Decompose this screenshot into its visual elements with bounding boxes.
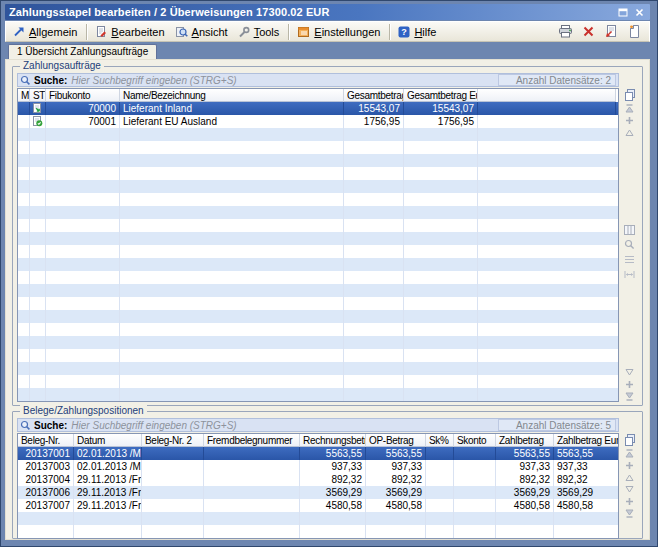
column-header[interactable]: Fremdbelegnummer <box>204 434 300 447</box>
export-document-button[interactable] <box>603 24 619 39</box>
menu-einstellungen[interactable]: Einstellungen <box>293 25 386 39</box>
table-row[interactable]: 70001Lieferant EU Ausland1756,951756,95 <box>18 115 618 128</box>
table-cell <box>344 180 404 193</box>
table-row-empty[interactable] <box>18 323 618 336</box>
table-cell <box>404 349 478 362</box>
close-icon <box>635 8 644 17</box>
table-row-empty[interactable] <box>18 271 618 284</box>
scroll-up-icon[interactable] <box>624 472 635 482</box>
insert-row-icon[interactable] <box>624 460 635 470</box>
content-panel: Zahlungsaufträge Suche: Anzahl Datensätz… <box>5 59 650 540</box>
column-header[interactable]: Gesamtbetrag <box>344 89 404 102</box>
menu-bearbeiten[interactable]: Bearbeiten <box>91 25 170 39</box>
table-cell <box>46 245 120 258</box>
table-cell <box>404 128 478 141</box>
table-row-empty[interactable] <box>18 154 618 167</box>
scroll-bottom-icon[interactable] <box>624 391 635 401</box>
new-document-button[interactable] <box>626 24 642 39</box>
menu-ansicht[interactable]: Ansicht <box>171 25 234 39</box>
column-header[interactable]: Beleg-Nr. <box>18 434 74 447</box>
table-cell <box>18 232 30 245</box>
copy-icon[interactable] <box>623 88 636 101</box>
table-row-empty[interactable] <box>18 167 618 180</box>
table-cell <box>204 512 300 525</box>
group-label: Zahlungsaufträge <box>20 60 104 71</box>
table-row-empty[interactable] <box>18 512 618 525</box>
table-cell <box>344 128 404 141</box>
table-cell: 937,33 <box>300 460 366 473</box>
table-row[interactable]: 2013700729.11.2013 /Fr4580,584580,584580… <box>18 499 618 512</box>
table-cell <box>426 525 454 538</box>
table-row-empty[interactable] <box>18 375 618 388</box>
table-row-empty[interactable] <box>18 336 618 349</box>
table-row-empty[interactable] <box>18 297 618 310</box>
table-row-empty[interactable] <box>18 128 618 141</box>
table-row-empty[interactable] <box>18 362 618 375</box>
table-row-empty[interactable] <box>18 349 618 362</box>
copy-icon[interactable] <box>623 433 636 446</box>
scroll-top-icon[interactable] <box>624 448 635 458</box>
table-row-empty[interactable] <box>18 258 618 271</box>
table-row[interactable]: 2013700102.01.2013 /Mi5563,555563,555563… <box>18 447 618 460</box>
table-row[interactable]: 70000Lieferant Inland15543,0715543,07 <box>18 102 618 115</box>
table-row[interactable]: 2013700429.11.2013 /Fr892,32892,32892,32… <box>18 473 618 486</box>
print-button[interactable] <box>557 24 573 39</box>
table-cell <box>142 486 204 499</box>
column-header[interactable]: Sk% <box>426 434 454 447</box>
table-row-empty[interactable] <box>18 284 618 297</box>
scroll-up-icon[interactable] <box>624 127 635 137</box>
column-header[interactable]: Rechnungsbetrag <box>300 434 366 447</box>
column-header[interactable]: Zahlbetrag Euro <box>554 434 619 447</box>
delete-button[interactable] <box>580 24 596 39</box>
column-header[interactable]: Datum <box>74 434 142 447</box>
row-numbers-icon[interactable] <box>624 254 636 265</box>
column-header[interactable]: Gesamtbetrag Euro <box>404 89 478 102</box>
table-row-empty[interactable] <box>18 180 618 193</box>
restore-window-button[interactable] <box>616 6 629 18</box>
append-row-icon[interactable] <box>624 379 635 389</box>
scroll-top-icon[interactable] <box>624 103 635 113</box>
table-row-empty[interactable] <box>18 219 618 232</box>
table-row-empty[interactable] <box>18 310 618 323</box>
table-row-empty[interactable] <box>18 525 618 538</box>
scroll-bottom-icon[interactable] <box>624 508 635 518</box>
payment-orders-search-input[interactable] <box>71 75 498 86</box>
column-header[interactable]: M <box>18 89 30 102</box>
table-row-empty[interactable] <box>18 193 618 206</box>
table-row-empty[interactable] <box>18 206 618 219</box>
column-header[interactable]: Beleg-Nr. 2 <box>142 434 204 447</box>
tab-uebersicht-zahlungsauftraege[interactable]: 1 Übersicht Zahlungsaufträge <box>8 44 157 59</box>
column-header[interactable]: ST <box>30 89 46 102</box>
menu-hilfe[interactable]: ? Hilfe <box>394 25 442 39</box>
table-cell <box>30 297 46 310</box>
scroll-down-icon[interactable] <box>624 484 635 494</box>
column-header[interactable]: Zahlbetrag <box>496 434 554 447</box>
table-row[interactable]: 2013700302.01.2013 /Mi937,33937,33937,33… <box>18 460 618 473</box>
scroll-down-icon[interactable] <box>624 367 635 377</box>
table-row-empty[interactable] <box>18 141 618 154</box>
table-row-empty[interactable] <box>18 388 618 401</box>
append-row-icon[interactable] <box>624 496 635 506</box>
menu-allgemein[interactable]: Allgemein <box>9 25 83 39</box>
column-settings-icon[interactable] <box>624 224 636 235</box>
insert-row-icon[interactable] <box>624 115 635 125</box>
table-row-empty[interactable] <box>18 232 618 245</box>
column-header[interactable]: Fibukonto <box>46 89 120 102</box>
restore-icon <box>618 8 628 17</box>
table-cell <box>344 271 404 284</box>
column-header[interactable]: Name/Bezeichnung <box>120 89 344 102</box>
menu-tools[interactable]: Tools <box>234 25 286 39</box>
table-cell <box>30 271 46 284</box>
table-cell <box>404 362 478 375</box>
table-row[interactable]: 2013700629.11.2013 /Fr3569,293569,293569… <box>18 486 618 499</box>
column-header[interactable]: OP-Betrag <box>366 434 426 447</box>
close-window-button[interactable] <box>633 6 646 18</box>
zoom-icon[interactable] <box>624 239 636 250</box>
fit-width-icon[interactable] <box>624 269 636 280</box>
table-cell <box>120 388 344 401</box>
column-header[interactable]: Skonto <box>454 434 496 447</box>
documents-search-input[interactable] <box>71 420 498 431</box>
table-cell: 892,32 <box>496 473 554 486</box>
table-row-empty[interactable] <box>18 245 618 258</box>
table-cell <box>404 245 478 258</box>
